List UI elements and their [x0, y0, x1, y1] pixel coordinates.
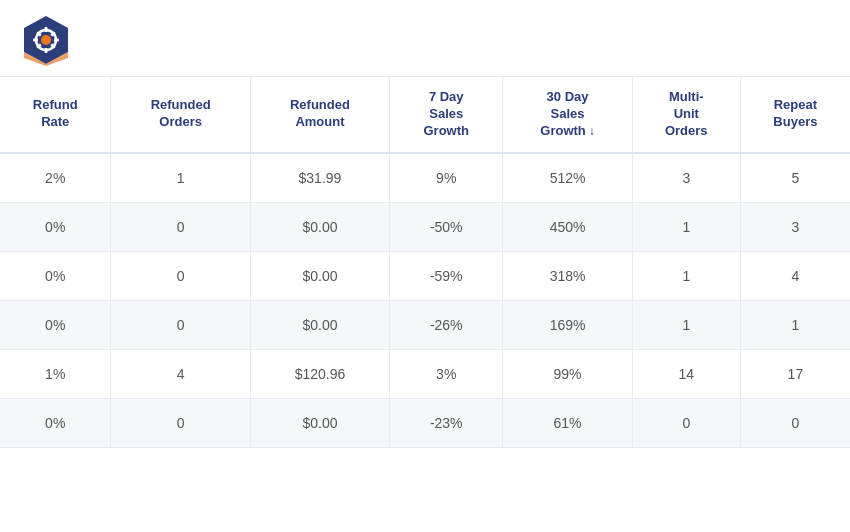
- cell-multi_unit: 0: [632, 398, 740, 447]
- cell-multi_unit: 1: [632, 300, 740, 349]
- cell-refunded_amount: $0.00: [250, 300, 389, 349]
- svg-rect-6: [54, 39, 59, 42]
- cell-repeat_buyers: 1: [740, 300, 850, 349]
- cell-repeat_buyers: 0: [740, 398, 850, 447]
- col-header-refunded_orders[interactable]: RefundedOrders: [111, 77, 250, 153]
- cell-sales_30day: 99%: [503, 349, 632, 398]
- cell-multi_unit: 14: [632, 349, 740, 398]
- cell-refund_rate: 1%: [0, 349, 111, 398]
- table-container: RefundRateRefundedOrdersRefundedAmount7 …: [0, 77, 850, 448]
- cell-refunded_orders: 0: [111, 398, 250, 447]
- table-row: 0%0$0.00-23%61%00: [0, 398, 850, 447]
- table-row: 1%4$120.963%99%1417: [0, 349, 850, 398]
- cell-refund_rate: 2%: [0, 153, 111, 203]
- cell-refunded_amount: $0.00: [250, 398, 389, 447]
- cell-sales_7day: 9%: [390, 153, 503, 203]
- cell-sales_30day: 318%: [503, 251, 632, 300]
- cell-multi_unit: 3: [632, 153, 740, 203]
- cell-sales_7day: 3%: [390, 349, 503, 398]
- cell-refunded_amount: $120.96: [250, 349, 389, 398]
- col-header-repeat_buyers[interactable]: RepeatBuyers: [740, 77, 850, 153]
- cell-sales_30day: 512%: [503, 153, 632, 203]
- cell-refunded_amount: $31.99: [250, 153, 389, 203]
- cell-repeat_buyers: 5: [740, 153, 850, 203]
- cell-refunded_amount: $0.00: [250, 251, 389, 300]
- col-header-refunded_amount[interactable]: RefundedAmount: [250, 77, 389, 153]
- cell-sales_7day: -59%: [390, 251, 503, 300]
- col-header-refund_rate[interactable]: RefundRate: [0, 77, 111, 153]
- table-row: 0%0$0.00-50%450%13: [0, 202, 850, 251]
- svg-rect-5: [33, 39, 38, 42]
- svg-rect-3: [45, 27, 48, 32]
- table-row: 0%0$0.00-26%169%11: [0, 300, 850, 349]
- cell-refund_rate: 0%: [0, 251, 111, 300]
- table-body: 2%1$31.999%512%350%0$0.00-50%450%130%0$0…: [0, 153, 850, 448]
- cell-multi_unit: 1: [632, 251, 740, 300]
- cell-refunded_orders: 0: [111, 251, 250, 300]
- cell-refund_rate: 0%: [0, 300, 111, 349]
- cell-repeat_buyers: 3: [740, 202, 850, 251]
- table-header: RefundRateRefundedOrdersRefundedAmount7 …: [0, 77, 850, 153]
- header-row: RefundRateRefundedOrdersRefundedAmount7 …: [0, 77, 850, 153]
- cell-refunded_orders: 0: [111, 300, 250, 349]
- cell-refund_rate: 0%: [0, 398, 111, 447]
- cell-refunded_orders: 4: [111, 349, 250, 398]
- header: [0, 0, 850, 77]
- cell-refunded_orders: 0: [111, 202, 250, 251]
- sort-arrow-icon: ↓: [589, 124, 595, 140]
- table-row: 0%0$0.00-59%318%14: [0, 251, 850, 300]
- cell-sales_7day: -23%: [390, 398, 503, 447]
- logo-icon: [20, 14, 72, 66]
- col-header-multi_unit[interactable]: Multi-UnitOrders: [632, 77, 740, 153]
- svg-rect-4: [45, 48, 48, 53]
- cell-refunded_amount: $0.00: [250, 202, 389, 251]
- col-header-sales_30day[interactable]: 30 DaySalesGrowth↓: [503, 77, 632, 153]
- cell-refunded_orders: 1: [111, 153, 250, 203]
- data-table: RefundRateRefundedOrdersRefundedAmount7 …: [0, 77, 850, 448]
- col-header-sales_7day[interactable]: 7 DaySalesGrowth: [390, 77, 503, 153]
- cell-multi_unit: 1: [632, 202, 740, 251]
- cell-repeat_buyers: 17: [740, 349, 850, 398]
- table-row: 2%1$31.999%512%35: [0, 153, 850, 203]
- cell-refund_rate: 0%: [0, 202, 111, 251]
- cell-sales_7day: -26%: [390, 300, 503, 349]
- cell-repeat_buyers: 4: [740, 251, 850, 300]
- cell-sales_30day: 169%: [503, 300, 632, 349]
- cell-sales_30day: 61%: [503, 398, 632, 447]
- cell-sales_7day: -50%: [390, 202, 503, 251]
- logo-text-wrap: [84, 39, 90, 41]
- svg-point-2: [41, 35, 51, 45]
- cell-sales_30day: 450%: [503, 202, 632, 251]
